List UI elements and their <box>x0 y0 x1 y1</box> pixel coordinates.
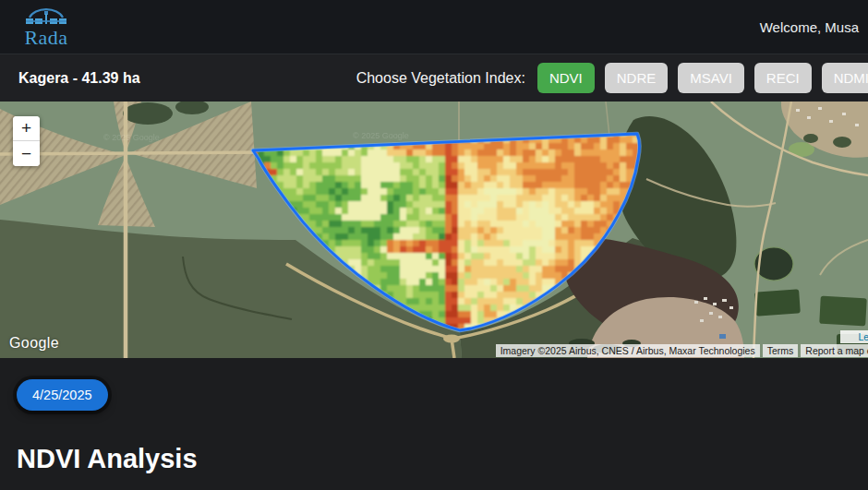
top-bar: Rada Welcome, Musa <box>0 0 868 54</box>
map-attribution: Imagery ©2025 Airbus, CNES / Airbus, Max… <box>496 344 868 357</box>
analysis-section: 4/25/2025 NDVI Analysis <box>0 358 868 474</box>
zoom-out-button[interactable]: − <box>13 141 40 166</box>
leaflet-label: Leaflet <box>858 331 868 342</box>
index-button-ndmi[interactable]: NDMI <box>822 63 868 93</box>
welcome-text: Welcome, Musa <box>760 19 862 35</box>
terms-link[interactable]: Terms <box>763 344 799 357</box>
google-logo[interactable]: Google <box>9 335 59 352</box>
ukraine-flag-icon <box>845 333 855 341</box>
tile-watermark: © 2025 Google <box>103 133 160 142</box>
chooser-label: Choose Vegetation Index: <box>356 70 525 87</box>
brand-logo[interactable]: Rada <box>11 5 81 50</box>
index-button-ndre[interactable]: NDRE <box>605 63 669 93</box>
page-title: NDVI Analysis <box>17 444 851 474</box>
index-button-msavi[interactable]: MSAVI <box>678 63 744 93</box>
vegetation-index-group: Choose Vegetation Index: NDVI NDRE MSAVI… <box>356 63 868 93</box>
field-title: Kagera - 41.39 ha <box>18 70 140 87</box>
map-canvas: © 2025 Google © 2025 Google <box>0 102 868 358</box>
imagery-attribution: Imagery ©2025 Airbus, CNES / Airbus, Max… <box>496 344 760 357</box>
zoom-in-button[interactable]: + <box>13 116 40 141</box>
tile-watermark: © 2025 Google <box>353 131 409 140</box>
index-button-reci[interactable]: RECI <box>754 63 812 93</box>
satellite-map[interactable]: © 2025 Google © 2025 Google + − Google L… <box>0 102 868 358</box>
leaflet-attribution-link[interactable]: Leaflet <box>840 330 868 343</box>
index-button-ndvi[interactable]: NDVI <box>537 63 595 93</box>
brand-name: Rada <box>24 26 67 50</box>
field-toolbar: Kagera - 41.39 ha Choose Vegetation Inde… <box>0 54 868 102</box>
map-zoom-control: + − <box>13 116 40 166</box>
date-badge[interactable]: 4/25/2025 <box>17 379 108 411</box>
report-map-error-link[interactable]: Report a map error <box>801 344 868 357</box>
